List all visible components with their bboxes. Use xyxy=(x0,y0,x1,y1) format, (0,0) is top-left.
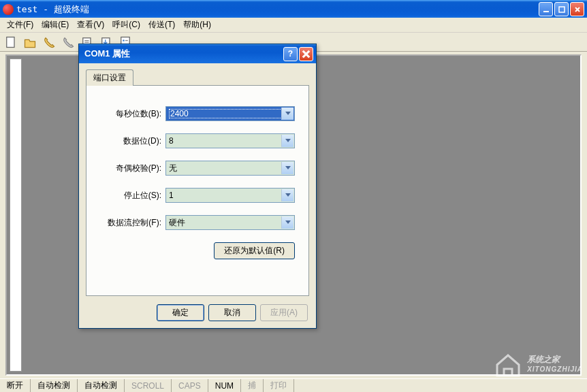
row-parity: 奇偶校验(P): 无 xyxy=(100,161,295,176)
status-detect1: 自动检测 xyxy=(31,379,78,392)
row-databits: 数据位(D): 8 xyxy=(100,133,295,148)
dialog-body: 端口设置 每秒位数(B): 2400 数据位(D): 8 奇偶校验(P): xyxy=(79,63,316,328)
menu-view[interactable]: 查看(V) xyxy=(73,18,108,32)
status-bar: 断开 自动检测 自动检测 SCROLL CAPS NUM 捕 打印 xyxy=(0,378,587,392)
minimize-button[interactable] xyxy=(539,2,553,16)
terminal-output xyxy=(10,59,22,372)
status-connection: 断开 xyxy=(0,379,31,392)
chevron-down-icon xyxy=(281,135,294,147)
label-databits: 数据位(D): xyxy=(100,135,161,147)
select-parity-value: 无 xyxy=(169,163,177,174)
menu-file[interactable]: 文件(F) xyxy=(3,18,37,32)
maximize-button[interactable] xyxy=(554,2,569,16)
svg-rect-0 xyxy=(543,11,549,12)
status-scroll: SCROLL xyxy=(125,379,172,392)
tab-port-settings[interactable]: 端口设置 xyxy=(86,69,133,86)
tab-panel: 每秒位数(B): 2400 数据位(D): 8 奇偶校验(P): 无 xyxy=(86,85,309,296)
dialog-help-button[interactable]: ? xyxy=(283,47,298,61)
svg-rect-2 xyxy=(7,37,14,47)
new-icon[interactable] xyxy=(4,35,18,49)
select-stopbits[interactable]: 1 xyxy=(165,188,295,203)
row-flow: 数据流控制(F): 硬件 xyxy=(100,215,295,230)
phone-disconnect-icon[interactable] xyxy=(61,35,75,49)
label-stopbits: 停止位(S): xyxy=(100,190,161,201)
window-title: test - 超级终端 xyxy=(16,3,539,16)
com-properties-dialog: COM1 属性 ? 端口设置 每秒位数(B): 2400 数据位(D): 8 xyxy=(78,44,317,329)
label-flow: 数据流控制(F): xyxy=(100,217,161,229)
window-controls xyxy=(539,2,584,16)
select-parity[interactable]: 无 xyxy=(165,161,295,176)
select-stopbits-value: 1 xyxy=(169,191,174,200)
select-baud-value: 2400 xyxy=(169,109,291,118)
ok-button[interactable]: 确定 xyxy=(157,304,204,321)
restore-defaults-button[interactable]: 还原为默认值(R) xyxy=(214,242,295,259)
row-baud: 每秒位数(B): 2400 xyxy=(100,106,295,121)
chevron-down-icon xyxy=(281,189,294,201)
svg-point-6 xyxy=(123,39,125,42)
main-window-titlebar: test - 超级终端 xyxy=(0,0,587,18)
label-baud: 每秒位数(B): xyxy=(100,108,161,120)
chevron-down-icon xyxy=(281,108,294,120)
select-databits[interactable]: 8 xyxy=(165,133,295,148)
status-num: NUM xyxy=(208,379,241,392)
svg-rect-1 xyxy=(559,7,565,12)
select-baud[interactable]: 2400 xyxy=(165,106,295,121)
menu-call[interactable]: 呼叫(C) xyxy=(108,18,144,32)
select-flow[interactable]: 硬件 xyxy=(165,215,295,230)
dialog-title: COM1 属性 xyxy=(84,48,282,60)
restore-row: 还原为默认值(R) xyxy=(100,242,295,259)
chevron-down-icon xyxy=(281,162,294,174)
status-capture: 捕 xyxy=(241,379,264,392)
chevron-down-icon xyxy=(281,216,294,229)
select-flow-value: 硬件 xyxy=(169,217,185,229)
cancel-button[interactable]: 取消 xyxy=(208,304,256,321)
select-databits-value: 8 xyxy=(169,136,174,146)
menu-transfer[interactable]: 传送(T) xyxy=(144,18,179,32)
close-button[interactable] xyxy=(570,2,584,16)
menu-help[interactable]: 帮助(H) xyxy=(179,18,215,32)
app-icon xyxy=(3,4,14,15)
dialog-titlebar[interactable]: COM1 属性 ? xyxy=(79,44,316,63)
dialog-close-button[interactable] xyxy=(299,47,313,61)
apply-button: 应用(A) xyxy=(260,304,308,321)
dialog-button-row: 确定 取消 应用(A) xyxy=(86,304,309,321)
row-stopbits: 停止位(S): 1 xyxy=(100,188,295,203)
phone-connect-icon[interactable] xyxy=(42,35,56,49)
status-caps: CAPS xyxy=(172,379,208,392)
menu-bar: 文件(F) 编辑(E) 查看(V) 呼叫(C) 传送(T) 帮助(H) xyxy=(0,18,587,33)
tab-strip: 端口设置 xyxy=(86,69,309,86)
status-detect2: 自动检测 xyxy=(78,379,125,392)
status-print: 打印 xyxy=(264,379,294,392)
menu-edit[interactable]: 编辑(E) xyxy=(37,18,73,32)
open-icon[interactable] xyxy=(23,35,37,49)
label-parity: 奇偶校验(P): xyxy=(100,163,161,174)
